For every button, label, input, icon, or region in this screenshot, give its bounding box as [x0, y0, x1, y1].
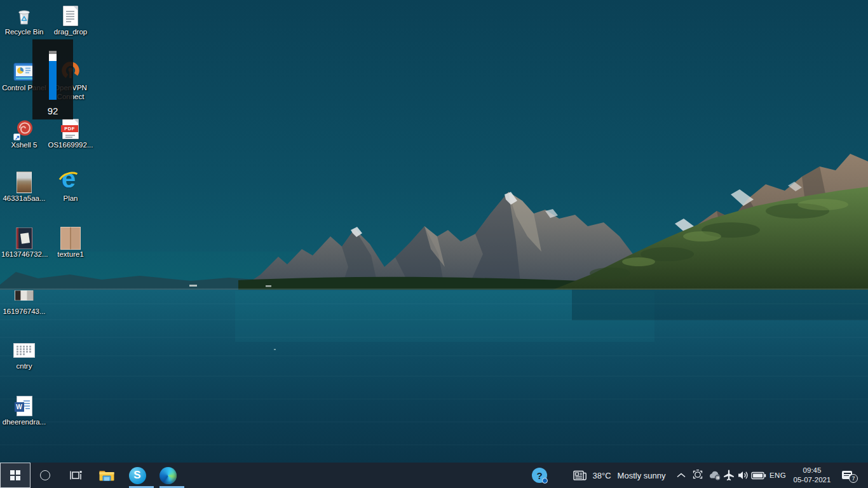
icon-label: 1613746732... — [1, 250, 47, 259]
task-view-button[interactable] — [61, 463, 90, 488]
capture-icon — [691, 469, 704, 482]
volume-value: 92 — [32, 105, 73, 116]
taskbar: S ? 38°C Mostly sunny — [0, 463, 868, 488]
desktop-icon-xshell[interactable]: Xshell 5 — [0, 117, 48, 150]
desktop: Recycle Bin drag_drop Control P — [0, 0, 868, 488]
word-document-icon: W — [17, 394, 32, 418]
cortana-search-button[interactable] — [31, 463, 60, 488]
icon-label: texture1 — [48, 250, 93, 259]
desktop-icon-drag-drop[interactable]: drag_drop — [46, 4, 95, 37]
icon-label: Recycle Bin — [1, 28, 47, 37]
action-center-icon: 7 — [842, 470, 855, 481]
text-file-icon — [63, 4, 78, 28]
icon-label: Xshell 5 — [1, 141, 47, 150]
tray-airplane-mode[interactable] — [722, 463, 736, 488]
desktop-icon-image-46331a5aa[interactable]: 46331a5aa... — [0, 170, 48, 203]
icon-label: drag_drop — [48, 28, 93, 37]
clock-time: 09:45 — [803, 466, 822, 475]
desktop-icon-dheerendra[interactable]: W dheerendra... — [0, 394, 48, 427]
onedrive-cloud-icon — [707, 470, 722, 481]
slider-thumb[interactable] — [49, 54, 57, 61]
tray-capture-icon[interactable] — [690, 463, 705, 488]
wallpaper-image — [0, 0, 868, 463]
icon-label: OS1669992... — [48, 141, 93, 150]
ie-orbit — [55, 168, 86, 197]
show-hidden-icons-button[interactable] — [674, 463, 689, 488]
help-question-mark: ? — [536, 470, 542, 481]
skype-icon: S — [129, 467, 146, 484]
tray-clock[interactable]: 09:45 05-07-2021 — [790, 463, 834, 488]
recycle-bin-icon — [13, 4, 36, 28]
help-icon: ? — [532, 468, 547, 483]
pdf-badge: PDF — [61, 125, 78, 132]
help-info-badge — [542, 478, 548, 484]
icon-label: dheerendra... — [1, 418, 47, 427]
photo-thumbnail-icon — [16, 226, 32, 250]
task-view-icon — [69, 469, 82, 482]
desktop-icon-pdf-file[interactable]: PDF OS1669992... — [46, 117, 95, 150]
internet-explorer-icon: e — [57, 170, 84, 194]
file-explorer-button[interactable] — [92, 463, 122, 488]
icon-label: Plan — [48, 194, 93, 203]
chevron-up-icon — [677, 473, 686, 478]
weather-temperature: 38°C — [593, 471, 611, 480]
edge-button[interactable] — [153, 463, 183, 488]
tray-onedrive-paused[interactable] — [706, 463, 722, 488]
cortana-circle-icon — [40, 470, 50, 480]
tray-battery[interactable] — [750, 463, 767, 488]
battery-icon — [751, 471, 766, 480]
document-thumbnail-icon — [13, 338, 35, 362]
windows-logo-icon — [10, 470, 20, 480]
slider-track-fill — [49, 61, 57, 100]
clock-date: 05-07-2021 — [794, 475, 831, 485]
news-and-interests-widget[interactable]: 38°C Mostly sunny — [564, 463, 674, 488]
volume-slider[interactable] — [49, 51, 57, 100]
desktop-icon-image-161976743[interactable]: 161976743... — [0, 283, 48, 316]
shortcut-overlay-icon — [13, 133, 20, 140]
action-center-button[interactable]: 7 — [837, 463, 859, 488]
news-icon — [573, 470, 588, 482]
photo-thumbnail-icon — [17, 170, 32, 194]
icon-label: cntry — [1, 362, 47, 371]
tray-language-indicator[interactable]: ENG — [767, 463, 789, 488]
volume-osd-flyout: 92 — [32, 39, 73, 119]
desktop-icon-plan[interactable]: e Plan — [46, 170, 95, 203]
language-label: ENG — [770, 471, 786, 479]
icon-label: 161976743... — [1, 308, 47, 316]
desktop-icon-texture1[interactable]: texture1 — [46, 226, 95, 259]
file-explorer-icon — [98, 469, 115, 482]
help-button[interactable]: ? — [530, 463, 549, 488]
word-logo: W — [15, 402, 24, 412]
photo-thumbnail-icon — [15, 283, 34, 308]
desktop-icon-cntry[interactable]: cntry — [0, 338, 48, 371]
desktop-icon-recycle-bin[interactable]: Recycle Bin — [0, 4, 48, 37]
tray-volume[interactable] — [735, 463, 750, 488]
texture-thumbnail-icon — [60, 226, 81, 250]
desktop-icon-image-1613746732[interactable]: 1613746732... — [0, 226, 48, 259]
speaker-icon — [736, 469, 749, 482]
airplane-icon — [722, 469, 735, 482]
pdf-file-icon: PDF — [62, 117, 79, 141]
xshell-icon — [13, 117, 36, 141]
icon-label: 46331a5aa... — [1, 194, 47, 203]
notification-count-badge: 7 — [849, 474, 858, 483]
skype-button[interactable]: S — [122, 463, 153, 488]
edge-icon — [159, 467, 177, 484]
start-button[interactable] — [0, 463, 31, 488]
weather-condition: Mostly sunny — [618, 471, 666, 480]
